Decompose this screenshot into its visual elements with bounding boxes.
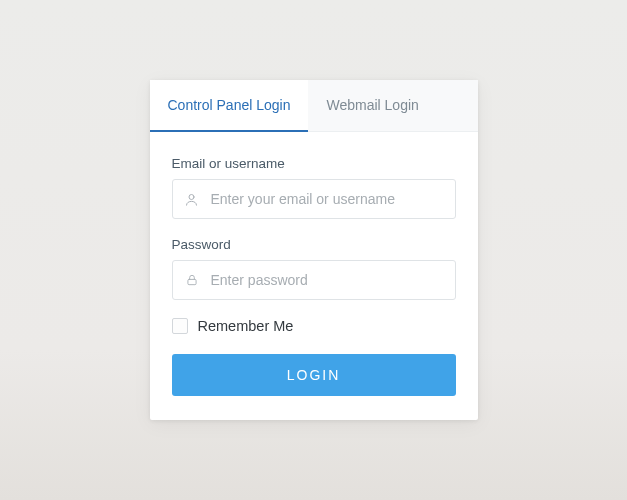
tab-webmail-login[interactable]: Webmail Login <box>308 80 436 132</box>
password-field-wrap <box>172 260 456 300</box>
tab-control-panel-login[interactable]: Control Panel Login <box>150 80 309 132</box>
login-card: Control Panel Login Webmail Login Email … <box>150 80 478 420</box>
remember-me-checkbox[interactable] <box>172 318 188 334</box>
login-form-panel: Email or username Password Remembe <box>150 132 478 420</box>
remember-me-row: Remember Me <box>172 318 456 334</box>
svg-rect-1 <box>187 279 195 284</box>
lock-icon <box>184 272 200 288</box>
login-button[interactable]: LOGIN <box>172 354 456 396</box>
user-icon <box>184 191 200 207</box>
username-label: Email or username <box>172 156 456 171</box>
password-input[interactable] <box>172 260 456 300</box>
svg-point-0 <box>189 194 194 199</box>
password-label: Password <box>172 237 456 252</box>
username-field-wrap <box>172 179 456 219</box>
remember-me-label: Remember Me <box>198 318 294 334</box>
login-tabs: Control Panel Login Webmail Login <box>150 80 478 132</box>
username-input[interactable] <box>172 179 456 219</box>
